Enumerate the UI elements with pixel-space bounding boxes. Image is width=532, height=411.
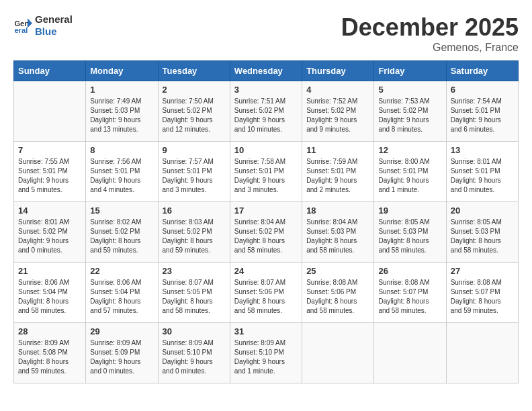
day-info: Sunrise: 8:03 AMSunset: 5:02 PMDaylight:…	[163, 218, 226, 255]
day-number: 23	[163, 266, 226, 276]
logo: Gen eral General Blue	[13, 13, 73, 38]
day-info: Sunrise: 8:09 AMSunset: 5:08 PMDaylight:…	[18, 338, 81, 376]
day-info: Sunrise: 8:01 AMSunset: 5:01 PMDaylight:…	[451, 157, 514, 195]
calendar-cell: 24Sunrise: 8:07 AMSunset: 5:06 PMDayligh…	[230, 263, 302, 323]
day-info: Sunrise: 8:08 AMSunset: 5:07 PMDaylight:…	[451, 278, 514, 316]
calendar-cell: 27Sunrise: 8:08 AMSunset: 5:07 PMDayligh…	[446, 263, 518, 323]
day-number: 4	[306, 85, 369, 95]
calendar-week-3: 14Sunrise: 8:01 AMSunset: 5:02 PMDayligh…	[14, 202, 519, 263]
day-number: 8	[90, 145, 153, 155]
day-number: 2	[163, 85, 226, 95]
calendar-header-row: SundayMondayTuesdayWednesdayThursdayFrid…	[14, 61, 519, 81]
calendar-cell: 25Sunrise: 8:08 AMSunset: 5:06 PMDayligh…	[302, 263, 374, 323]
day-number: 5	[378, 85, 441, 95]
day-info: Sunrise: 7:50 AMSunset: 5:02 PMDaylight:…	[163, 97, 226, 134]
day-number: 25	[306, 266, 369, 276]
logo-icon: Gen eral	[13, 16, 32, 35]
day-info: Sunrise: 7:57 AMSunset: 5:01 PMDaylight:…	[163, 157, 226, 195]
header-thursday: Thursday	[302, 61, 374, 81]
calendar-cell: 21Sunrise: 8:06 AMSunset: 5:04 PMDayligh…	[14, 263, 86, 323]
calendar-cell: 9Sunrise: 7:57 AMSunset: 5:01 PMDaylight…	[158, 142, 230, 202]
calendar-cell: 31Sunrise: 8:09 AMSunset: 5:10 PMDayligh…	[230, 323, 302, 383]
header-monday: Monday	[86, 61, 158, 81]
day-info: Sunrise: 8:04 AMSunset: 5:02 PMDaylight:…	[234, 218, 298, 255]
day-number: 13	[451, 145, 514, 155]
calendar-cell: 16Sunrise: 8:03 AMSunset: 5:02 PMDayligh…	[158, 202, 230, 263]
day-number: 17	[234, 205, 298, 216]
title-area: December 2025 Gemenos, France	[341, 13, 519, 54]
day-info: Sunrise: 7:55 AMSunset: 5:01 PMDaylight:…	[18, 157, 81, 195]
day-info: Sunrise: 7:51 AMSunset: 5:02 PMDaylight:…	[234, 97, 298, 134]
calendar-cell: 12Sunrise: 8:00 AMSunset: 5:01 PMDayligh…	[374, 142, 446, 202]
day-number: 15	[90, 205, 153, 216]
calendar-cell: 19Sunrise: 8:05 AMSunset: 5:03 PMDayligh…	[374, 202, 446, 263]
calendar-week-4: 21Sunrise: 8:06 AMSunset: 5:04 PMDayligh…	[14, 263, 519, 323]
day-number: 9	[163, 145, 226, 155]
day-number: 10	[234, 145, 298, 155]
day-info: Sunrise: 7:58 AMSunset: 5:01 PMDaylight:…	[234, 157, 298, 195]
calendar-cell: 18Sunrise: 8:04 AMSunset: 5:03 PMDayligh…	[302, 202, 374, 263]
day-info: Sunrise: 8:08 AMSunset: 5:07 PMDaylight:…	[378, 278, 441, 316]
day-info: Sunrise: 8:07 AMSunset: 5:05 PMDaylight:…	[163, 278, 226, 316]
day-number: 29	[90, 326, 153, 336]
calendar-cell: 3Sunrise: 7:51 AMSunset: 5:02 PMDaylight…	[230, 81, 302, 142]
day-info: Sunrise: 8:01 AMSunset: 5:02 PMDaylight:…	[18, 218, 81, 255]
day-info: Sunrise: 8:05 AMSunset: 5:03 PMDaylight:…	[451, 218, 514, 255]
calendar-cell	[446, 323, 518, 383]
calendar-cell	[14, 81, 86, 142]
day-info: Sunrise: 7:59 AMSunset: 5:01 PMDaylight:…	[306, 157, 369, 195]
calendar-cell: 8Sunrise: 7:56 AMSunset: 5:01 PMDaylight…	[86, 142, 158, 202]
calendar-week-5: 28Sunrise: 8:09 AMSunset: 5:08 PMDayligh…	[14, 323, 519, 383]
calendar-cell: 17Sunrise: 8:04 AMSunset: 5:02 PMDayligh…	[230, 202, 302, 263]
calendar-cell: 1Sunrise: 7:49 AMSunset: 5:03 PMDaylight…	[86, 81, 158, 142]
calendar-week-1: 1Sunrise: 7:49 AMSunset: 5:03 PMDaylight…	[14, 81, 519, 142]
day-number: 30	[163, 326, 226, 336]
calendar-cell: 11Sunrise: 7:59 AMSunset: 5:01 PMDayligh…	[302, 142, 374, 202]
day-number: 6	[451, 85, 514, 95]
day-number: 27	[451, 266, 514, 276]
day-number: 12	[378, 145, 441, 155]
day-number: 18	[306, 205, 369, 216]
calendar-cell: 14Sunrise: 8:01 AMSunset: 5:02 PMDayligh…	[14, 202, 86, 263]
day-number: 26	[378, 266, 441, 276]
calendar-cell: 4Sunrise: 7:52 AMSunset: 5:02 PMDaylight…	[302, 81, 374, 142]
logo-text-general: General	[35, 13, 73, 25]
calendar-cell: 15Sunrise: 8:02 AMSunset: 5:02 PMDayligh…	[86, 202, 158, 263]
day-info: Sunrise: 7:54 AMSunset: 5:01 PMDaylight:…	[451, 97, 514, 134]
day-info: Sunrise: 7:49 AMSunset: 5:03 PMDaylight:…	[90, 97, 153, 134]
calendar-cell: 6Sunrise: 7:54 AMSunset: 5:01 PMDaylight…	[446, 81, 518, 142]
day-info: Sunrise: 8:07 AMSunset: 5:06 PMDaylight:…	[234, 278, 298, 316]
day-number: 22	[90, 266, 153, 276]
month-title: December 2025	[341, 13, 519, 42]
location-title: Gemenos, France	[341, 42, 519, 54]
calendar-cell	[302, 323, 374, 383]
calendar-cell: 5Sunrise: 7:53 AMSunset: 5:02 PMDaylight…	[374, 81, 446, 142]
calendar-cell: 10Sunrise: 7:58 AMSunset: 5:01 PMDayligh…	[230, 142, 302, 202]
day-number: 28	[18, 326, 81, 336]
calendar-cell: 20Sunrise: 8:05 AMSunset: 5:03 PMDayligh…	[446, 202, 518, 263]
header-saturday: Saturday	[446, 61, 518, 81]
day-info: Sunrise: 8:09 AMSunset: 5:10 PMDaylight:…	[234, 338, 298, 376]
day-info: Sunrise: 8:04 AMSunset: 5:03 PMDaylight:…	[306, 218, 369, 255]
day-info: Sunrise: 8:06 AMSunset: 5:04 PMDaylight:…	[90, 278, 153, 316]
day-number: 14	[18, 205, 81, 216]
day-number: 20	[451, 205, 514, 216]
header-sunday: Sunday	[14, 61, 86, 81]
svg-marker-2	[28, 19, 32, 28]
day-number: 24	[234, 266, 298, 276]
day-info: Sunrise: 8:05 AMSunset: 5:03 PMDaylight:…	[378, 218, 441, 255]
day-info: Sunrise: 8:00 AMSunset: 5:01 PMDaylight:…	[378, 157, 441, 195]
day-number: 16	[163, 205, 226, 216]
day-info: Sunrise: 7:53 AMSunset: 5:02 PMDaylight:…	[378, 97, 441, 134]
header-tuesday: Tuesday	[158, 61, 230, 81]
day-number: 1	[90, 85, 153, 95]
day-number: 21	[18, 266, 81, 276]
day-info: Sunrise: 8:09 AMSunset: 5:10 PMDaylight:…	[163, 338, 226, 376]
svg-text:eral: eral	[14, 26, 28, 34]
day-number: 31	[234, 326, 298, 336]
calendar-cell: 28Sunrise: 8:09 AMSunset: 5:08 PMDayligh…	[14, 323, 86, 383]
calendar-table: SundayMondayTuesdayWednesdayThursdayFrid…	[13, 60, 519, 383]
calendar-cell: 2Sunrise: 7:50 AMSunset: 5:02 PMDaylight…	[158, 81, 230, 142]
calendar-cell: 29Sunrise: 8:09 AMSunset: 5:09 PMDayligh…	[86, 323, 158, 383]
calendar-cell	[374, 323, 446, 383]
